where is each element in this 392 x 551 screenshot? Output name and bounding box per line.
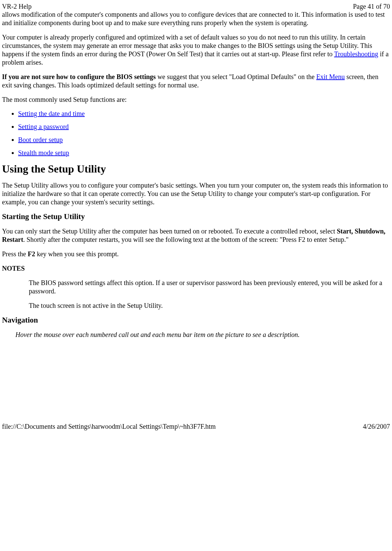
setting-password-link[interactable]: Setting a password [18,123,69,130]
exit-menu-link[interactable]: Exit Menu [316,73,345,80]
para7-bold: F2 [28,250,35,258]
using-setup-utility-heading: Using the Setup Utility [2,163,390,175]
list-item: Setting the date and time [18,110,390,118]
common-functions-intro: The most commonly used Setup functions a… [2,95,390,104]
list-item: Setting a password [18,123,390,131]
footer-file-path: file://C:\Documents and Settings\harwood… [2,423,216,430]
setup-functions-list: Setting the date and time Setting a pass… [2,110,390,157]
navigation-heading: Navigation [2,316,390,325]
notes-heading: NOTES [2,264,390,273]
setting-date-time-link[interactable]: Setting the date and time [18,110,85,117]
list-item: Stealth mode setup [18,149,390,157]
starting-setup-paragraph: You can only start the Setup Utility aft… [2,227,390,244]
para3-bold: If you are not sure how to configure the… [2,73,156,80]
para6-text-b: . Shortly after the computer restarts, y… [23,236,348,243]
para2-text-a: Your computer is already properly config… [2,33,372,58]
boot-order-setup-link[interactable]: Boot order setup [18,136,63,143]
note-2: The touch screen is not active in the Se… [29,301,390,310]
intro-paragraph-2: Your computer is already properly config… [2,33,390,67]
para7-text-b: key when you see this prompt. [35,250,119,258]
note-1: The BIOS password settings affect this o… [29,279,390,295]
para6-text-a: You can only start the Setup Utility aft… [2,227,337,235]
navigation-hint: Hover the mouse over each numbered call … [15,331,390,339]
para7-text-a: Press the [2,250,28,258]
main-content: allows modification of the computer's co… [0,10,392,339]
troubleshooting-link[interactable]: Troubleshooting [334,50,378,58]
footer-date: 4/26/2007 [363,423,390,430]
stealth-mode-setup-link[interactable]: Stealth mode setup [18,149,69,156]
page-header: VR-2 Help Page 41 of 70 [0,0,392,10]
header-page-number: Page 41 of 70 [353,3,390,10]
header-title: VR-2 Help [2,3,31,10]
list-item: Boot order setup [18,136,390,144]
using-setup-paragraph: The Setup Utility allows you to configur… [2,181,390,206]
para3-text-a: we suggest that you select "Load Optimal… [156,73,316,80]
intro-paragraph-3: If you are not sure how to configure the… [2,73,390,89]
press-f2-paragraph: Press the F2 key when you see this promp… [2,250,390,258]
starting-setup-utility-heading: Starting the Setup Utility [2,212,390,221]
intro-paragraph-1: allows modification of the computer's co… [2,10,390,27]
page-footer: file://C:\Documents and Settings\harwood… [0,423,392,433]
